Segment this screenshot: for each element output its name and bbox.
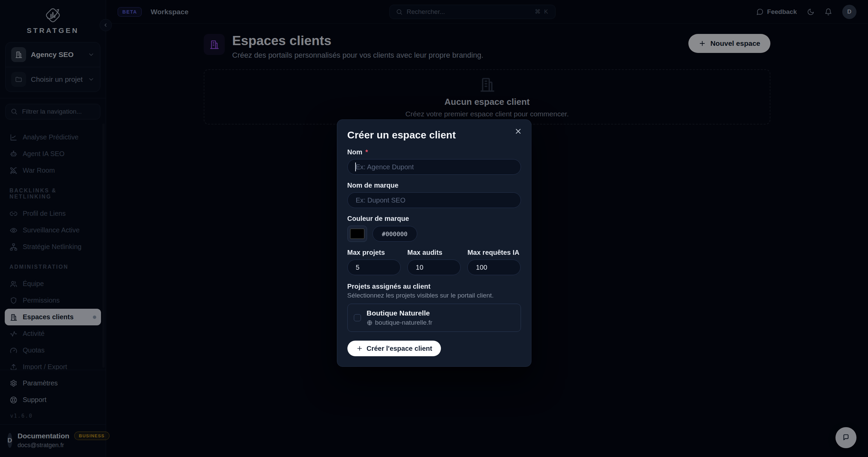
- app-root: STRATGEN Agency SEO Choisir un projet: [0, 0, 868, 457]
- assigned-projects-label: Projets assignés au client: [347, 283, 431, 290]
- max-ai-requests-label: Max requêtes IA: [467, 249, 519, 256]
- project-domain: boutique-naturelle.fr: [375, 319, 432, 326]
- project-checkbox[interactable]: [354, 314, 361, 321]
- brand-name-input[interactable]: [347, 192, 521, 208]
- create-client-space-modal: Créer un espace client Nom * Nom de marq…: [337, 119, 531, 367]
- name-field-label: Nom: [347, 148, 362, 156]
- max-projects-label: Max projets: [347, 249, 385, 256]
- project-option-boutique-naturelle[interactable]: Boutique Naturelle boutique-naturelle.fr: [347, 304, 521, 332]
- required-asterisk: *: [365, 148, 368, 156]
- max-ai-requests-input[interactable]: [467, 260, 521, 275]
- close-icon[interactable]: [514, 127, 522, 135]
- create-client-space-button-label: Créer l'espace client: [367, 345, 432, 353]
- color-swatch-value: [350, 229, 364, 239]
- globe-icon: [367, 320, 372, 326]
- name-input[interactable]: [347, 159, 521, 175]
- brand-name-field-label: Nom de marque: [347, 182, 399, 189]
- max-projects-input[interactable]: [347, 260, 401, 275]
- color-hex-input[interactable]: [372, 226, 417, 242]
- create-client-space-button[interactable]: Créer l'espace client: [347, 341, 441, 356]
- assigned-projects-hint: Sélectionnez les projets visibles sur le…: [347, 292, 521, 299]
- color-picker-swatch[interactable]: [347, 226, 367, 242]
- project-name: Boutique Naturelle: [367, 309, 432, 317]
- brand-color-field-label: Couleur de marque: [347, 215, 409, 223]
- plus-icon: [356, 345, 363, 352]
- max-audits-label: Max audits: [407, 249, 442, 256]
- modal-title: Créer un espace client: [347, 129, 521, 141]
- max-audits-input[interactable]: [407, 260, 461, 275]
- text-caret: [355, 163, 356, 171]
